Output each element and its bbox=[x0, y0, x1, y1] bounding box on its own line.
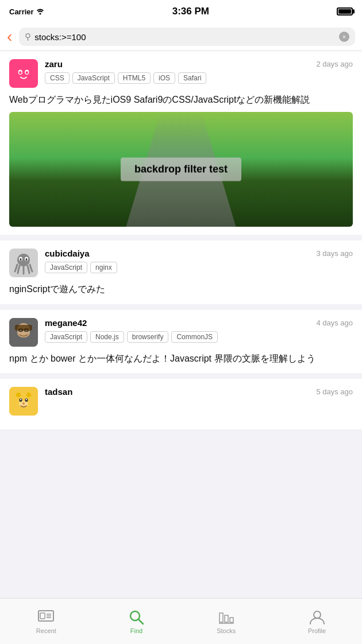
post-meta-tadsan: tadsan 5 days ago bbox=[45, 387, 353, 400]
post-header: cubicdaiya 3 days ago JavaScript nginx bbox=[9, 249, 353, 277]
tab-recent[interactable]: Recent bbox=[27, 604, 66, 639]
battery-icon bbox=[337, 7, 353, 15]
post-tags: JavaScript nginx bbox=[45, 262, 353, 273]
post-tags: CSS JavaScript HTML5 iOS Safari bbox=[45, 72, 353, 84]
svg-point-30 bbox=[20, 399, 21, 400]
search-icon: ⚲ bbox=[25, 32, 31, 42]
find-icon bbox=[128, 609, 144, 625]
svg-point-31 bbox=[26, 399, 27, 400]
svg-point-5 bbox=[26, 71, 28, 74]
avatar-cubicdaiya bbox=[9, 249, 38, 277]
svg-rect-34 bbox=[40, 613, 45, 619]
svg-rect-19 bbox=[15, 325, 32, 331]
user-row: tadsan 5 days ago bbox=[45, 387, 353, 397]
post-header: tadsan 5 days ago bbox=[9, 387, 353, 416]
avatar-tadsan bbox=[9, 387, 38, 416]
search-bar: ‹ ⚲ stocks:>=100 × bbox=[0, 23, 362, 51]
user-row: cubicdaiya 3 days ago bbox=[45, 249, 353, 258]
tab-recent-label: Recent bbox=[36, 627, 56, 634]
post-meta-zaru: zaru 2 days ago CSS JavaScript HTML5 iOS… bbox=[45, 59, 353, 84]
tag[interactable]: JavaScript bbox=[72, 72, 115, 84]
post-card-cubicdaiya[interactable]: cubicdaiya 3 days ago JavaScript nginx n… bbox=[0, 240, 362, 304]
user-row: megane42 4 days ago bbox=[45, 318, 353, 328]
post-header: zaru 2 days ago CSS JavaScript HTML5 iOS… bbox=[9, 59, 353, 88]
post-time: 5 days ago bbox=[316, 387, 353, 396]
search-query: stocks:>=100 bbox=[34, 32, 336, 42]
tag[interactable]: Node.js bbox=[90, 331, 124, 343]
recent-icon bbox=[38, 609, 54, 625]
username: megane42 bbox=[45, 318, 87, 328]
post-tags: JavaScript Node.js browserify CommonJS bbox=[45, 331, 353, 343]
username: zaru bbox=[45, 59, 63, 69]
post-meta-megane42: megane42 4 days ago JavaScript Node.js b… bbox=[45, 318, 353, 343]
svg-point-32 bbox=[22, 402, 25, 405]
post-time: 4 days ago bbox=[316, 319, 353, 327]
avatar-megane42 bbox=[9, 318, 38, 347]
search-clear-button[interactable]: × bbox=[339, 32, 349, 42]
post-card-zaru[interactable]: zaru 2 days ago CSS JavaScript HTML5 iOS… bbox=[0, 51, 362, 235]
post-meta-cubicdaiya: cubicdaiya 3 days ago JavaScript nginx bbox=[45, 249, 353, 273]
post-title: nginScriptで遊んでみた bbox=[9, 283, 353, 296]
user-row: zaru 2 days ago bbox=[45, 59, 353, 69]
content-area: zaru 2 days ago CSS JavaScript HTML5 iOS… bbox=[0, 51, 362, 481]
tab-bar: Recent Find Stocks bbox=[0, 598, 362, 644]
tab-find[interactable]: Find bbox=[119, 604, 153, 639]
status-bar: Carrier 3:36 PM bbox=[0, 0, 362, 23]
tab-stocks-label: Stocks bbox=[217, 627, 236, 634]
carrier-wifi: Carrier bbox=[9, 7, 45, 16]
tab-stocks[interactable]: Stocks bbox=[207, 604, 245, 639]
image-overlay-text: backdrop filter test bbox=[121, 158, 241, 181]
avatar-zaru bbox=[9, 59, 38, 88]
tag[interactable]: HTML5 bbox=[118, 72, 151, 84]
svg-point-40 bbox=[314, 611, 321, 618]
tag[interactable]: nginx bbox=[90, 262, 117, 273]
svg-point-7 bbox=[17, 254, 30, 266]
svg-point-24 bbox=[16, 393, 21, 397]
tag[interactable]: Safari bbox=[178, 72, 206, 84]
svg-rect-33 bbox=[38, 611, 53, 621]
tab-find-label: Find bbox=[130, 627, 143, 634]
profile-icon bbox=[309, 609, 325, 625]
tag[interactable]: CSS bbox=[45, 72, 70, 84]
tag[interactable]: JavaScript bbox=[45, 262, 87, 273]
post-card-megane42[interactable]: megane42 4 days ago JavaScript Node.js b… bbox=[0, 310, 362, 373]
post-title: npm とか bower とか一体何なんだよ！Javascript 界隈の文脈を… bbox=[9, 352, 353, 365]
svg-point-10 bbox=[20, 258, 22, 261]
tag[interactable]: iOS bbox=[153, 72, 175, 84]
post-card-tadsan[interactable]: tadsan 5 days ago bbox=[0, 379, 362, 429]
status-time: 3:36 PM bbox=[172, 6, 209, 17]
tag[interactable]: JavaScript bbox=[45, 331, 87, 343]
post-image: backdrop filter test bbox=[9, 112, 353, 227]
post-time: 3 days ago bbox=[316, 249, 353, 258]
tab-profile-label: Profile bbox=[308, 627, 326, 634]
username: cubicdaiya bbox=[45, 249, 90, 258]
svg-point-11 bbox=[26, 258, 28, 261]
username: tadsan bbox=[45, 387, 72, 397]
tab-profile[interactable]: Profile bbox=[299, 604, 335, 639]
svg-point-0 bbox=[39, 13, 41, 15]
post-title: Webプログラマから見たiOS9 Safari9のCSS/JavaScriptな… bbox=[9, 94, 353, 106]
back-button[interactable]: ‹ bbox=[7, 29, 14, 45]
svg-rect-1 bbox=[13, 63, 34, 84]
stocks-icon bbox=[218, 609, 234, 625]
svg-line-39 bbox=[138, 619, 143, 624]
post-header: megane42 4 days ago JavaScript Node.js b… bbox=[9, 318, 353, 347]
search-field[interactable]: ⚲ stocks:>=100 × bbox=[19, 28, 355, 46]
svg-point-25 bbox=[26, 393, 31, 397]
tag[interactable]: browserify bbox=[127, 331, 169, 343]
tag[interactable]: CommonJS bbox=[171, 331, 218, 343]
carrier-label: Carrier bbox=[9, 7, 34, 16]
svg-point-4 bbox=[19, 71, 21, 74]
post-time: 2 days ago bbox=[316, 60, 353, 68]
